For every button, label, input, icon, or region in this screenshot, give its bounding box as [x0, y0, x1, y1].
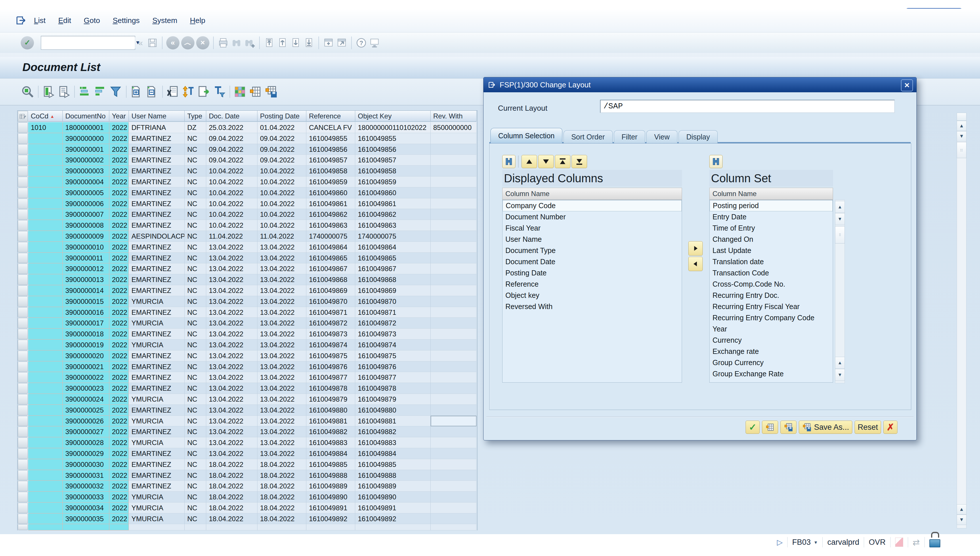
- table-cell[interactable]: 10.04.2022: [258, 187, 306, 198]
- table-cell[interactable]: NC: [185, 253, 206, 263]
- main-scrollbar-handle[interactable]: ⁞⁞: [957, 142, 967, 158]
- table-cell[interactable]: [431, 198, 476, 209]
- save-icon[interactable]: [146, 36, 159, 49]
- table-cell[interactable]: 1610049870: [355, 296, 431, 307]
- table-cell[interactable]: 1610049878: [306, 383, 355, 394]
- table-cell[interactable]: 1610049856: [306, 144, 355, 155]
- table-cell[interactable]: 1610049873: [306, 329, 355, 339]
- table-cell[interactable]: 1610049872: [306, 318, 355, 329]
- table-cell[interactable]: 13.04.2022: [206, 307, 258, 318]
- table-cell[interactable]: [431, 448, 476, 459]
- table-cell[interactable]: EMARTINEZ: [129, 470, 185, 481]
- table-cell[interactable]: 3900000001: [63, 144, 109, 155]
- table-cell[interactable]: 1610049862: [355, 209, 431, 220]
- row-select-button[interactable]: [18, 231, 28, 241]
- table-cell[interactable]: 10.04.2022: [258, 220, 306, 231]
- table-cell[interactable]: 3900000007: [63, 209, 109, 220]
- table-cell[interactable]: NC: [185, 394, 206, 405]
- table-cell[interactable]: 1610049879: [355, 394, 431, 405]
- table-cell[interactable]: 1610049880: [355, 405, 431, 416]
- table-cell[interactable]: NC: [185, 351, 206, 361]
- table-cell[interactable]: 10.04.2022: [258, 166, 306, 176]
- dialog-close-button[interactable]: ✕: [901, 79, 913, 91]
- table-cell[interactable]: [28, 231, 63, 242]
- find-icon[interactable]: [230, 36, 243, 49]
- table-cell[interactable]: [431, 296, 476, 307]
- table-cell[interactable]: 18.04.2022: [258, 514, 306, 524]
- table-cell[interactable]: YMURCIA: [129, 514, 185, 524]
- row-select-button[interactable]: [18, 307, 28, 318]
- table-cell[interactable]: 1610049870: [306, 296, 355, 307]
- list-item[interactable]: Transaction Code: [709, 267, 833, 279]
- table-cell[interactable]: 3900000027: [63, 426, 109, 437]
- table-cell[interactable]: 18.04.2022: [258, 459, 306, 470]
- table-cell[interactable]: [28, 198, 63, 209]
- table-cell[interactable]: 13.04.2022: [206, 339, 258, 351]
- table-cell[interactable]: 1610049890: [306, 491, 355, 503]
- table-cell[interactable]: 3900000026: [63, 416, 109, 427]
- column-header-documentno[interactable]: DocumentNo: [63, 111, 109, 121]
- table-cell[interactable]: 18.04.2022: [206, 503, 258, 514]
- table-cell[interactable]: [28, 361, 63, 372]
- table-cell[interactable]: 1610049892: [306, 514, 355, 524]
- table-cell[interactable]: 1610049876: [355, 361, 431, 372]
- table-cell[interactable]: 3900000000: [63, 133, 109, 144]
- table-cell[interactable]: 1610049864: [306, 242, 355, 253]
- move-left-button[interactable]: [688, 257, 703, 271]
- table-cell[interactable]: 13.04.2022: [258, 394, 306, 405]
- table-cell[interactable]: 2022: [109, 144, 129, 155]
- table-cell[interactable]: NC: [185, 263, 206, 274]
- menu-item-list[interactable]: List: [34, 16, 45, 25]
- table-cell[interactable]: 09.04.2022: [258, 133, 306, 144]
- column-header-reference[interactable]: Reference: [306, 111, 355, 121]
- table-cell[interactable]: [431, 307, 476, 318]
- table-cell[interactable]: [431, 263, 476, 274]
- table-cell[interactable]: 2022: [109, 426, 129, 437]
- table-cell[interactable]: [28, 351, 63, 361]
- table-cell[interactable]: 1610049885: [306, 459, 355, 470]
- table-cell[interactable]: 2022: [109, 361, 129, 372]
- display-document-icon[interactable]: [41, 85, 55, 99]
- move-down-button[interactable]: [538, 155, 554, 168]
- table-cell[interactable]: 13.04.2022: [258, 405, 306, 416]
- table-cell[interactable]: 1740000075: [306, 231, 355, 242]
- table-cell[interactable]: [28, 426, 63, 437]
- tab-view[interactable]: View: [646, 130, 677, 143]
- table-cell[interactable]: 13.04.2022: [206, 405, 258, 416]
- table-cell[interactable]: EMARTINEZ: [129, 372, 185, 383]
- table-cell[interactable]: 3900000016: [63, 307, 109, 318]
- row-select-button[interactable]: [18, 155, 28, 165]
- table-cell[interactable]: 1610049875: [306, 351, 355, 361]
- table-cell[interactable]: 13.04.2022: [206, 394, 258, 405]
- table-cell[interactable]: NC: [185, 166, 206, 176]
- change-layout-icon[interactable]: [248, 85, 262, 99]
- table-cell[interactable]: 1610049861: [306, 198, 355, 209]
- table-cell[interactable]: 2022: [109, 339, 129, 351]
- table-cell[interactable]: EMARTINEZ: [129, 405, 185, 416]
- table-cell[interactable]: 09.04.2022: [258, 155, 306, 166]
- graphics-icon[interactable]: [233, 85, 247, 99]
- table-cell[interactable]: 1610049879: [306, 394, 355, 405]
- table-cell[interactable]: [431, 437, 476, 448]
- table-cell[interactable]: 3900000009: [63, 231, 109, 242]
- table-cell[interactable]: 1610049869: [306, 285, 355, 296]
- copy-layout-button[interactable]: [762, 420, 778, 434]
- table-cell[interactable]: EMARTINEZ: [129, 166, 185, 176]
- table-cell[interactable]: 13.04.2022: [206, 329, 258, 339]
- column-set-search-button[interactable]: [709, 155, 722, 168]
- last-page-icon[interactable]: [302, 36, 316, 49]
- table-cell[interactable]: [431, 231, 476, 242]
- row-select-button[interactable]: [18, 438, 28, 448]
- table-cell[interactable]: [431, 339, 476, 351]
- up-button[interactable]: ︿: [181, 36, 194, 49]
- list-item[interactable]: Company Code: [502, 200, 682, 211]
- table-cell[interactable]: [28, 285, 63, 296]
- table-cell[interactable]: 10.04.2022: [206, 198, 258, 209]
- table-cell[interactable]: 13.04.2022: [258, 263, 306, 274]
- table-cell[interactable]: [28, 459, 63, 470]
- table-cell[interactable]: [431, 329, 476, 339]
- table-cell[interactable]: 18.04.2022: [206, 470, 258, 481]
- table-cell[interactable]: 3900000031: [63, 470, 109, 481]
- table-cell[interactable]: [28, 187, 63, 198]
- table-cell[interactable]: 10.04.2022: [206, 220, 258, 231]
